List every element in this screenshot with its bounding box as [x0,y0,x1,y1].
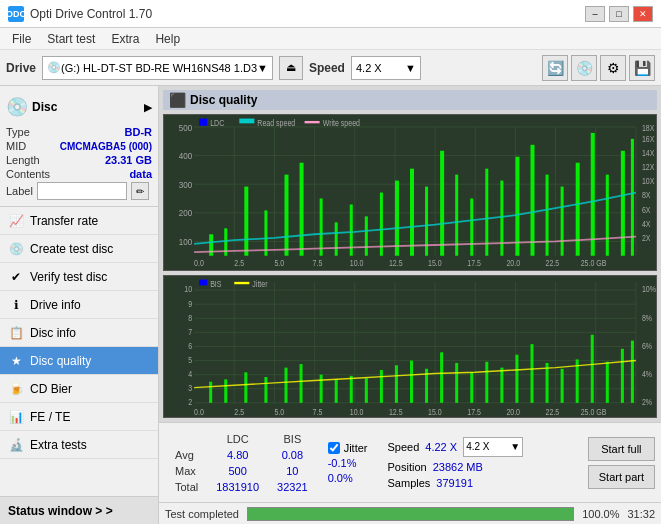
status-text: Test completed [165,508,239,520]
svg-rect-31 [440,151,444,256]
settings-button[interactable]: ⚙ [600,55,626,81]
disc-quality-panel: ⬛ Disc quality [159,86,661,422]
svg-text:2.5: 2.5 [234,407,244,417]
svg-text:2: 2 [188,398,192,408]
disc-label-input[interactable] [37,182,127,200]
stats-total-ldc: 1831910 [208,480,267,494]
disc-label-edit-button[interactable]: ✏ [131,182,149,200]
sidebar: 💿 Disc ▶ Type BD-R MID CMCMAGBA5 (000) L… [0,86,159,524]
svg-rect-108 [380,370,383,403]
toolbar-icons: 🔄 💿 ⚙ 💾 [542,55,655,81]
sidebar-item-cd-bier[interactable]: 🍺 CD Bier [0,375,158,403]
menu-extra[interactable]: Extra [103,30,147,48]
position-stat-value: 23862 MB [433,461,483,473]
main-area: 💿 Disc ▶ Type BD-R MID CMCMAGBA5 (000) L… [0,86,661,524]
svg-rect-110 [410,361,413,403]
svg-rect-118 [530,344,533,403]
start-full-button[interactable]: Start full [588,437,655,461]
stats-row-total: Total 1831910 32321 [167,480,316,494]
jitter-label: Jitter [344,442,368,454]
disc-info-icon: 📋 [8,325,24,341]
eject-button[interactable]: ⏏ [279,56,303,80]
svg-text:0.0: 0.0 [194,407,204,417]
disc-mid-row: MID CMCMAGBA5 (000) [6,140,152,152]
disc-panel-expand[interactable]: ▶ [144,101,152,114]
svg-rect-29 [410,169,414,256]
jitter-max-value: 0.0% [328,472,353,484]
svg-rect-38 [546,175,549,256]
progress-bar-fill [248,508,573,520]
drive-selector[interactable]: 💿 (G:) HL-DT-ST BD-RE WH16NS48 1.D3 ▼ [42,56,273,80]
sidebar-item-drive-info[interactable]: ℹ Drive info [0,291,158,319]
disc-info-label: Disc info [30,326,76,340]
create-test-disc-label: Create test disc [30,242,113,256]
sidebar-item-disc-info[interactable]: 📋 Disc info [0,319,158,347]
quality-panel-icon: ⬛ [169,92,186,108]
start-part-button[interactable]: Start part [588,465,655,489]
svg-rect-104 [320,375,323,403]
disc-length-label: Length [6,154,40,166]
stats-total-label: Total [167,480,206,494]
jitter-checkbox[interactable] [328,442,340,454]
svg-text:7.5: 7.5 [313,407,323,417]
svg-text:Write speed: Write speed [323,118,360,128]
drive-dropdown-arrow: ▼ [257,62,268,74]
status-window-button[interactable]: Status window > > [0,496,158,524]
svg-text:17.5: 17.5 [467,259,481,269]
stats-avg-ldc: 4.80 [208,448,267,462]
svg-text:Read speed: Read speed [257,118,295,128]
maximize-button[interactable]: □ [609,6,629,22]
svg-rect-100 [244,372,247,403]
progress-percent: 100.0% [582,508,619,520]
transfer-rate-label: Transfer rate [30,214,98,228]
status-window-label: Status window > > [8,504,113,518]
sidebar-item-create-test-disc[interactable]: 💿 Create test disc [0,235,158,263]
sidebar-item-fe-te[interactable]: 📊 FE / TE [0,403,158,431]
sidebar-item-transfer-rate[interactable]: 📈 Transfer rate [0,207,158,235]
disc-type-label: Type [6,126,30,138]
speed-stat-label: Speed [388,441,420,453]
menu-start-test[interactable]: Start test [39,30,103,48]
save-button[interactable]: 💾 [629,55,655,81]
stats-max-ldc: 500 [208,464,267,478]
svg-text:8X: 8X [642,191,651,201]
refresh-button[interactable]: 🔄 [542,55,568,81]
disc-button[interactable]: 💿 [571,55,597,81]
svg-text:0.0: 0.0 [194,259,204,269]
eject-icon: ⏏ [286,61,296,74]
svg-text:200: 200 [179,208,192,219]
minimize-button[interactable]: – [585,6,605,22]
speed-selector[interactable]: 4.2 X ▼ [351,56,421,80]
sidebar-item-disc-quality[interactable]: ★ Disc quality [0,347,158,375]
extra-tests-icon: 🔬 [8,437,24,453]
menu-file[interactable]: File [4,30,39,48]
svg-text:7: 7 [188,327,192,337]
disc-type-value: BD-R [125,126,153,138]
jitter-max-row: 0.0% [328,472,368,484]
app-icon: ODC [8,6,24,22]
svg-rect-122 [591,335,594,403]
menu-help[interactable]: Help [147,30,188,48]
speed-stat-select[interactable]: 4.2 X ▼ [463,437,523,457]
svg-text:17.5: 17.5 [467,407,481,417]
window-controls: – □ ✕ [585,6,653,22]
svg-text:300: 300 [179,179,192,190]
speed-stat-select-value: 4.2 X [466,441,489,452]
svg-text:Jitter: Jitter [252,279,268,289]
svg-text:25.0 GB: 25.0 GB [581,259,607,269]
speed-value: 4.2 X [356,62,382,74]
svg-text:12.5: 12.5 [389,407,403,417]
svg-rect-106 [350,376,353,403]
svg-rect-103 [300,364,303,403]
svg-text:8%: 8% [642,313,652,323]
cd-bier-icon: 🍺 [8,381,24,397]
stats-row-avg: Avg 4.80 0.08 [167,448,316,462]
sidebar-item-verify-test-disc[interactable]: ✔ Verify test disc [0,263,158,291]
close-button[interactable]: ✕ [633,6,653,22]
svg-rect-114 [470,372,473,403]
sidebar-item-extra-tests[interactable]: 🔬 Extra tests [0,431,158,459]
svg-rect-99 [224,379,227,402]
disc-panel-icon: 💿 [6,96,28,118]
quality-panel-title: Disc quality [190,93,257,107]
verify-test-disc-label: Verify test disc [30,270,107,284]
